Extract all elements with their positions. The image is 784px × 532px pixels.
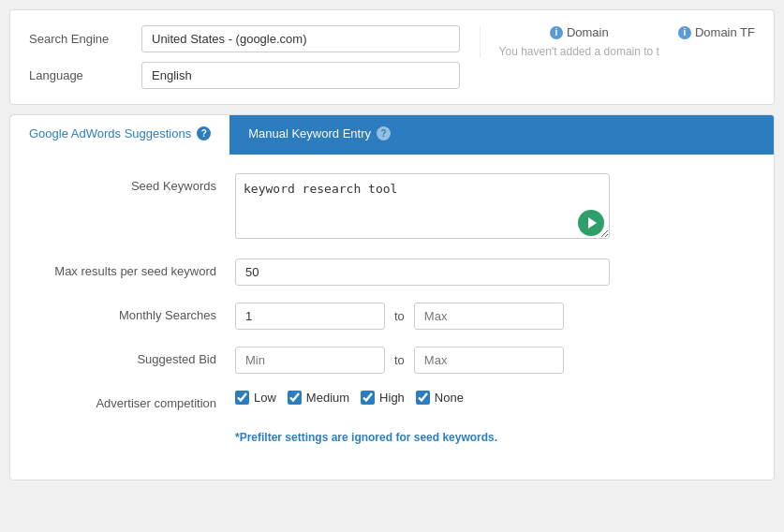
checkbox-low-input[interactable] bbox=[235, 391, 249, 405]
advertiser-competition-row: Advertiser competition Low Medium bbox=[38, 391, 746, 410]
checkbox-high: High bbox=[361, 391, 405, 405]
tab-bar: Google AdWords Suggestions ? Manual Keyw… bbox=[10, 115, 774, 155]
seed-keywords-wrapper: keyword research tool bbox=[235, 173, 610, 242]
domain-label: Domain bbox=[567, 25, 609, 39]
advertiser-competition-label: Advertiser competition bbox=[38, 391, 235, 410]
max-results-control bbox=[235, 259, 746, 286]
tab-adwords-label: Google AdWords Suggestions bbox=[29, 126, 191, 140]
seed-keywords-textarea[interactable]: keyword research tool bbox=[235, 173, 610, 239]
max-results-row: Max results per seed keyword bbox=[38, 259, 746, 286]
page-wrapper: Search Engine Language i Domain You have… bbox=[0, 0, 784, 532]
top-panel: Search Engine Language i Domain You have… bbox=[9, 9, 775, 105]
max-results-label: Max results per seed keyword bbox=[38, 259, 235, 278]
suggested-bid-row: Suggested Bid to bbox=[38, 347, 746, 374]
language-row: Language bbox=[29, 62, 461, 89]
monthly-searches-control: to bbox=[235, 303, 746, 330]
suggested-bid-max-input[interactable] bbox=[414, 347, 564, 374]
checkbox-medium-input[interactable] bbox=[288, 391, 302, 405]
suggested-bid-label: Suggested Bid bbox=[38, 347, 235, 366]
prefilter-note-row: *Prefilter settings are ignored for seed… bbox=[235, 427, 746, 444]
max-results-input[interactable] bbox=[235, 259, 610, 286]
domain-panel: i Domain You haven't added a domain to t… bbox=[480, 25, 755, 58]
domain-tf-col-header: i Domain TF bbox=[678, 25, 755, 39]
language-label: Language bbox=[29, 68, 141, 82]
seed-keywords-control: keyword research tool bbox=[235, 173, 746, 242]
search-engine-row: Search Engine bbox=[29, 25, 461, 52]
checkbox-none-input[interactable] bbox=[416, 391, 430, 405]
language-input[interactable] bbox=[141, 62, 460, 89]
seed-keywords-row: Seed Keywords keyword research tool bbox=[38, 173, 746, 242]
checkbox-high-label: High bbox=[379, 391, 405, 405]
prefilter-note: *Prefilter settings are ignored for seed… bbox=[235, 431, 497, 444]
manual-help-icon[interactable]: ? bbox=[377, 126, 391, 140]
seed-keywords-label: Seed Keywords bbox=[38, 173, 235, 193]
monthly-searches-min-input[interactable] bbox=[235, 303, 385, 330]
main-panel: Google AdWords Suggestions ? Manual Keyw… bbox=[9, 114, 775, 480]
checkbox-group: Low Medium High None bbox=[235, 391, 464, 405]
suggested-bid-to: to bbox=[394, 353, 405, 367]
tab-manual-label: Manual Keyword Entry bbox=[248, 126, 371, 140]
checkbox-low: Low bbox=[235, 391, 276, 405]
adwords-help-icon[interactable]: ? bbox=[197, 126, 211, 140]
domain-col: i Domain You haven't added a domain to t bbox=[499, 25, 659, 58]
tab-adwords[interactable]: Google AdWords Suggestions ? bbox=[10, 115, 229, 155]
domain-tf-info-icon[interactable]: i bbox=[678, 26, 691, 39]
suggested-bid-min-input[interactable] bbox=[235, 347, 385, 374]
monthly-searches-label: Monthly Searches bbox=[38, 303, 235, 322]
checkbox-none-label: None bbox=[435, 391, 464, 405]
search-config: Search Engine Language bbox=[29, 25, 461, 89]
go-button[interactable] bbox=[578, 210, 604, 236]
tab-manual[interactable]: Manual Keyword Entry ? bbox=[229, 115, 409, 155]
domain-placeholder: You haven't added a domain to t bbox=[499, 45, 659, 58]
domain-info-icon[interactable]: i bbox=[550, 26, 563, 39]
checkbox-low-label: Low bbox=[254, 391, 276, 405]
checkbox-none: None bbox=[416, 391, 464, 405]
domain-tf-col: i Domain TF bbox=[678, 25, 755, 58]
search-engine-input[interactable] bbox=[141, 25, 460, 52]
suggested-bid-control: to bbox=[235, 347, 746, 374]
checkbox-medium: Medium bbox=[288, 391, 349, 405]
monthly-searches-row: Monthly Searches to bbox=[38, 303, 746, 330]
search-engine-label: Search Engine bbox=[29, 32, 141, 46]
checkbox-medium-label: Medium bbox=[306, 391, 349, 405]
checkbox-high-input[interactable] bbox=[361, 391, 375, 405]
domain-col-header: i Domain bbox=[550, 25, 609, 39]
tab-content: Seed Keywords keyword research tool Max … bbox=[10, 155, 774, 480]
advertiser-competition-control: Low Medium High None bbox=[235, 391, 746, 405]
monthly-searches-to: to bbox=[394, 309, 405, 323]
monthly-searches-max-input[interactable] bbox=[414, 303, 564, 330]
domain-tf-label: Domain TF bbox=[695, 25, 755, 39]
